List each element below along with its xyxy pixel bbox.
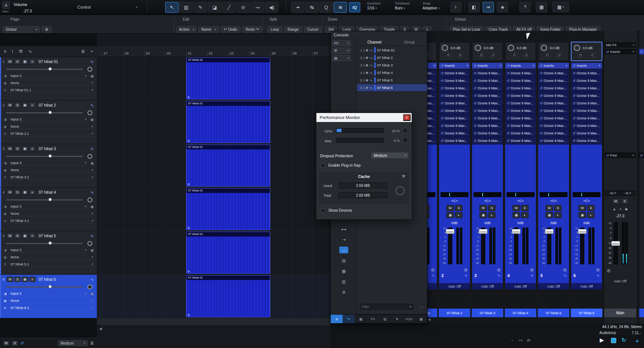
add-insert-button[interactable]: + xyxy=(433,64,435,68)
insert-slot[interactable]: ↺ Ozone 9 Max... xyxy=(472,84,503,92)
track-mute-button[interactable]: M xyxy=(7,59,13,64)
snap-mode-button[interactable]: ⊦ xyxy=(450,2,462,12)
box-icon[interactable]: ▭ xyxy=(519,338,522,343)
global-solo-button[interactable]: S xyxy=(12,340,18,346)
power-icon[interactable]: ↺ xyxy=(474,131,477,135)
info-icon[interactable]: i xyxy=(12,49,13,54)
phase-invert-button[interactable]: ∅ xyxy=(590,53,596,57)
power-icon[interactable]: ↺ xyxy=(474,86,477,90)
loop-button[interactable]: ↻ xyxy=(621,337,626,343)
track-input-selector[interactable]: Input 3▾ xyxy=(10,248,87,253)
power-icon[interactable]: ↺ xyxy=(507,79,510,83)
power-icon[interactable]: ↺ xyxy=(540,139,543,143)
track-solo-button[interactable]: S xyxy=(14,59,21,64)
track-instrument-selector[interactable]: None▾ xyxy=(10,81,94,86)
power-icon[interactable]: ↺ xyxy=(507,139,510,143)
power-icon[interactable]: ↺ xyxy=(573,64,576,68)
track-mute-button[interactable]: M xyxy=(7,277,13,282)
insert-slot[interactable]: ↺ Ozone 9 Max... xyxy=(439,92,470,99)
power-icon[interactable]: ↺ xyxy=(507,71,510,75)
track-header[interactable]: 2 M S ◐ 07 hihat 2 ∿ ◨ Input 3▾ xyxy=(0,101,97,144)
listen-tool-button[interactable]: ◀) xyxy=(265,2,278,13)
track-input-selector[interactable]: Input 3▾ xyxy=(10,204,87,209)
console-channel-row[interactable]: 4 || ∿ 07 hihat 4 xyxy=(357,69,427,77)
track-record-button[interactable] xyxy=(22,102,28,108)
gear-icon[interactable]: ⚙ xyxy=(187,139,190,143)
mixer-channel-strip[interactable]: 0.0 dB ∅ ∅ ↺ Inserts + xyxy=(471,31,504,324)
automation-mode[interactable]: Auto: Off xyxy=(571,283,602,289)
track-pan-knob[interactable] xyxy=(87,67,92,72)
console-channel-row[interactable]: 2 || ∿ 07 hihat 2 xyxy=(357,54,427,62)
power-icon[interactable]: ↺ xyxy=(474,109,477,113)
phase-invert-button[interactable]: ∅ xyxy=(491,53,497,57)
track-take-selector[interactable]: 07 hihat 5.1▾ xyxy=(10,262,94,267)
mixer-view-button[interactable]: ▩▾ xyxy=(552,2,569,12)
track-record-button[interactable] xyxy=(22,59,28,64)
track-header[interactable]: 6 M S ◐ 07 hihat 6 ∿ ◨ Input 3▾ xyxy=(0,275,97,318)
page-selector[interactable]: Global▾ xyxy=(3,26,40,33)
track-instrument-selector[interactable]: None▾ xyxy=(10,168,94,173)
power-icon[interactable]: ↺ xyxy=(573,79,576,83)
insert-slot[interactable]: ↺ Ozone 9 Max... xyxy=(571,114,602,122)
record-icon[interactable] xyxy=(366,57,368,59)
insert-slot[interactable]: ↺ Ozone 9 Max... xyxy=(538,99,569,107)
piano-icon[interactable]: ▦ xyxy=(339,268,348,274)
insert-slot[interactable]: ↺ Ozone 9 Max... xyxy=(505,130,536,137)
range-tool-button[interactable]: ▧ xyxy=(179,2,193,13)
power-icon[interactable]: ↺ xyxy=(540,124,543,128)
fader-handle[interactable] xyxy=(446,229,454,234)
quantize-selector[interactable]: Quantize 1/16▾ xyxy=(367,2,381,10)
wrench-icon[interactable]: ⚒ xyxy=(402,174,405,178)
arrange-track-lane[interactable]: 07 hihat 01 ⚙ xyxy=(97,231,330,275)
power-icon[interactable]: ↺ xyxy=(474,79,477,83)
track-header[interactable]: 1 M S ◐ 07 hihat 01 ∿ ◨ Input 3▾ xyxy=(0,57,97,101)
power-icon[interactable]: ↺ xyxy=(441,71,444,75)
track-volume-slider[interactable] xyxy=(6,112,83,113)
insert-slot[interactable]: ↺ Ozone 9 Max... xyxy=(439,69,470,77)
track-header[interactable]: 5 M S ◐ 07 hihat 5 ∿ ◨ Input 3▾ xyxy=(0,231,97,275)
metronome-icon[interactable]: ▲ xyxy=(612,207,616,211)
zoom-tool-button[interactable]: Q xyxy=(319,2,333,13)
add-insert-button[interactable]: + xyxy=(566,64,567,68)
timestretch-button[interactable]: ↹ xyxy=(305,2,319,13)
input-monitor-icon[interactable]: ◉ xyxy=(90,205,94,209)
channel-mute-button[interactable]: M xyxy=(546,205,553,211)
close-button[interactable]: × xyxy=(403,114,411,121)
insert-slot[interactable]: ↺ Ozone 9 Max... xyxy=(439,114,470,122)
channel-name-label[interactable]: 07 hihat 3 xyxy=(472,309,503,317)
tab-aux[interactable]: AUX xyxy=(403,315,415,323)
gear-icon[interactable]: ⚙ xyxy=(187,183,190,186)
power-icon[interactable]: ↺ xyxy=(474,139,477,143)
arrange-track-lane[interactable]: 07 hihat 01 ⚙ xyxy=(97,101,330,144)
timebase-selector[interactable]: Timebase Bars▾ xyxy=(395,2,409,10)
insert-slot[interactable]: ↺ Ozone 9 Max... xyxy=(505,69,536,77)
post-header[interactable]: ↺Post xyxy=(639,152,644,158)
cpu-peak-box[interactable] xyxy=(403,128,408,133)
pan-value[interactable]: <C> xyxy=(537,199,570,203)
macro-tool-button[interactable]: ≋ xyxy=(334,2,347,13)
power-icon[interactable]: ↺ xyxy=(441,94,444,98)
insert-slot[interactable]: ↺ Ozone 9 Max... xyxy=(472,130,503,137)
track-monitor-button[interactable]: ◐ xyxy=(29,190,36,195)
volume-handle[interactable] xyxy=(48,198,52,201)
list-icon[interactable]: ≣ xyxy=(81,49,85,54)
insert-slot[interactable]: ↺ Ozone 9 Max... xyxy=(472,77,503,84)
track-monitor-button[interactable]: ◐ xyxy=(29,146,36,151)
panel-left-button[interactable]: ◧ xyxy=(468,2,480,12)
volume-handle[interactable] xyxy=(48,111,52,114)
automation-mode[interactable]: Auto: Off xyxy=(604,279,636,283)
insert-slot[interactable]: ↺ Ozone 9 Max... xyxy=(439,107,470,114)
insert-slot[interactable]: ↺ Ozone 9 Max... xyxy=(472,92,503,99)
insert-slot[interactable]: ↺ Ozone 9 Max... xyxy=(571,84,602,92)
filter-input[interactable] xyxy=(362,305,408,309)
insert-slot[interactable]: ↺ Ozone 9 Max... xyxy=(472,122,503,130)
show-devices-checkbox[interactable] xyxy=(321,208,325,213)
volume-handle[interactable] xyxy=(48,241,52,245)
track-pan-knob[interactable] xyxy=(87,154,92,159)
insert-slot[interactable]: ↺ Ozone 9 Max... xyxy=(571,107,602,114)
track-mute-button[interactable]: M xyxy=(7,102,13,108)
help-button[interactable]: ? xyxy=(519,2,531,12)
channel-editor-icon[interactable]: ◎ xyxy=(607,268,611,273)
insert-slot[interactable]: ↺ Ozone 9 Max... xyxy=(472,114,503,122)
input-monitor-icon[interactable]: ◉ xyxy=(90,161,94,165)
